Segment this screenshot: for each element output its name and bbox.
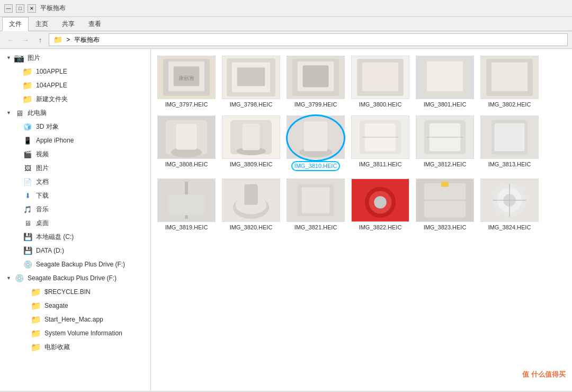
sidebar-item-downloads[interactable]: ⬇ 下载 [0,189,150,202]
sidebar-item-movies[interactable]: 📁 电影收藏 [0,340,150,354]
maximize-button[interactable]: □ [16,4,24,13]
file-item[interactable]: 康丽雅IMG_3797.HEIC [155,53,218,111]
sidebar-item-recycle[interactable]: 📁 $RECYCLE.BIN [0,285,150,299]
file-grid: 康丽雅IMG_3797.HEICIMG_3798.HEICIMG_3799.HE… [155,53,568,234]
file-item[interactable]: IMG_3824.HEIC [478,176,541,234]
file-thumbnail [480,115,539,159]
sidebar-item-this-pc[interactable]: ▼ 🖥 此电脑 [0,106,150,120]
sidebar-item-pictures[interactable]: 🖼 图片 [0,161,150,175]
svg-rect-34 [168,195,204,216]
folder-yellow-icon-104: 📁 [22,81,33,90]
sidebar-item-ddrive[interactable]: 💾 DATA (D:) [0,244,150,257]
music-icon: 🎵 [22,205,33,213]
sidebar-item-video[interactable]: 🎬 视频 [0,147,150,161]
file-item[interactable]: IMG_3813.HEIC [478,113,541,174]
sidebar-item-cdrive[interactable]: 💾 本地磁盘 (C:) [0,230,150,244]
svg-rect-18 [176,124,196,150]
file-thumbnail [157,115,216,159]
folder-yellow-icon-new: 📁 [22,95,33,103]
file-name: IMG_3822.HEIC [359,224,402,231]
sidebar-item-new-folder[interactable]: 📁 新建文件夹 [0,92,150,106]
file-name: IMG_3823.HEIC [424,224,467,231]
file-thumbnail [222,115,280,159]
file-item[interactable]: IMG_3798.HEIC [220,53,282,111]
svg-rect-13 [427,61,463,92]
sidebar-label-pictures: 图片 [36,164,49,173]
seagate-icon: 💿 [14,274,24,282]
sidebar-label-sysvolinfo: System Volume Information [44,329,122,337]
tab-home[interactable]: 主页 [29,17,55,31]
file-name: IMG_3801.HEIC [424,101,467,108]
title-bar: — □ ✕ 平板拖布 [0,0,572,17]
expand-arrow-pictures: ▼ [6,55,13,60]
seagate-compact-icon: 💿 [22,260,33,269]
sidebar-item-apple-iphone[interactable]: 📱 Apple iPhone [0,133,150,147]
sidebar-label-this-pc: 此电脑 [28,109,47,118]
sidebar-item-seagate-drive[interactable]: ▼ 💿 Seagate Backup Plus Drive (F:) [0,271,150,285]
file-item[interactable]: IMG_3811.HEIC [349,113,412,174]
folder-icon: 📷 [14,54,24,62]
up-button[interactable]: ↑ [34,33,47,46]
folder-yellow-icon-100: 📁 [22,67,33,76]
downloads-icon: ⬇ [22,191,33,200]
sidebar-item-104apple[interactable]: 📁 104APPLE [0,78,150,92]
sidebar-label-ddrive: DATA (D:) [36,247,64,254]
file-name: IMG_3797.HEIC [165,101,208,108]
sidebar-item-docs[interactable]: 📄 文档 [0,175,150,189]
ribbon-tabs: 文件 主页 共享 查看 [0,17,572,31]
file-name: IMG_3824.HEIC [488,224,531,231]
file-item[interactable]: IMG_3809.HEIC [220,113,282,174]
file-item[interactable]: IMG_3802.HEIC [478,53,541,111]
file-name: IMG_3812.HEIC [424,161,467,168]
file-item[interactable]: IMG_3823.HEIC [414,176,476,234]
file-name: IMG_3808.HEIC [165,161,208,168]
sidebar-item-start-mac[interactable]: 📁 Start_Here_Mac.app [0,313,150,326]
sidebar-item-desktop[interactable]: 🖥 桌面 [0,216,150,230]
ddrive-icon: 💾 [22,246,33,255]
sidebar-label-new-folder: 新建文件夹 [36,95,68,104]
file-item[interactable]: IMG_3820.HEIC [220,176,282,234]
expand-arrow-seagate: ▼ [6,275,13,281]
file-name: IMG_3820.HEIC [230,224,273,231]
tab-view[interactable]: 查看 [82,17,108,31]
file-name: IMG_3811.HEIC [359,161,402,168]
file-item[interactable]: IMG_3821.HEIC [284,176,347,234]
file-item[interactable]: IMG_3810.HEIC [284,113,347,174]
file-item[interactable]: IMG_3822.HEIC [349,176,412,234]
content-area: 康丽雅IMG_3797.HEICIMG_3798.HEICIMG_3799.HE… [151,49,572,391]
file-name: IMG_3809.HEIC [230,161,273,168]
file-name: IMG_3802.HEIC [488,101,531,108]
file-item[interactable]: IMG_3800.HEIC [349,53,412,111]
close-button[interactable]: ✕ [28,4,36,13]
sidebar-label-seagate-folder: Seagate [44,302,68,309]
address-path-bar[interactable]: 📁 > 平板拖布 [49,33,568,46]
file-item[interactable]: IMG_3819.HEIC [155,176,218,234]
file-item[interactable]: IMG_3799.HEIC [284,53,347,111]
file-item[interactable]: IMG_3801.HEIC [414,53,476,111]
sidebar-item-pictures-quick[interactable]: ▼ 📷 图片 [0,51,150,65]
sidebar-item-sysvolinfo[interactable]: 📁 System Volume Information [0,326,150,340]
sidebar-item-seagate-compact[interactable]: 💿 Seagate Backup Plus Drive (F:) [0,257,150,271]
sidebar-item-100apple[interactable]: 📁 100APPLE [0,65,150,78]
svg-rect-45 [441,182,449,187]
window-controls[interactable]: — □ ✕ [4,4,36,13]
file-item[interactable]: IMG_3812.HEIC [414,113,476,174]
this-pc-icon: 🖥 [14,109,24,117]
tab-file[interactable]: 文件 [2,17,29,31]
file-thumbnail [416,56,474,99]
forward-button[interactable]: → [19,33,32,46]
sidebar-item-3d[interactable]: 🧊 3D 对象 [0,120,150,133]
back-button[interactable]: ← [4,33,17,46]
sidebar-label-seagate-compact: Seagate Backup Plus Drive (F:) [36,261,125,268]
file-thumbnail [287,56,345,99]
sidebar-label-100apple: 100APPLE [36,68,67,75]
svg-rect-39 [302,188,330,213]
sidebar-item-music[interactable]: 🎵 音乐 [0,202,150,216]
file-name: IMG_3821.HEIC [294,224,337,231]
iphone-icon: 📱 [22,136,33,145]
tab-share[interactable]: 共享 [55,17,82,31]
file-item[interactable]: IMG_3808.HEIC [155,113,218,174]
sidebar-label-video: 视频 [36,150,49,159]
sidebar-item-seagate-folder[interactable]: 📁 Seagate [0,299,150,313]
minimize-button[interactable]: — [4,4,13,13]
